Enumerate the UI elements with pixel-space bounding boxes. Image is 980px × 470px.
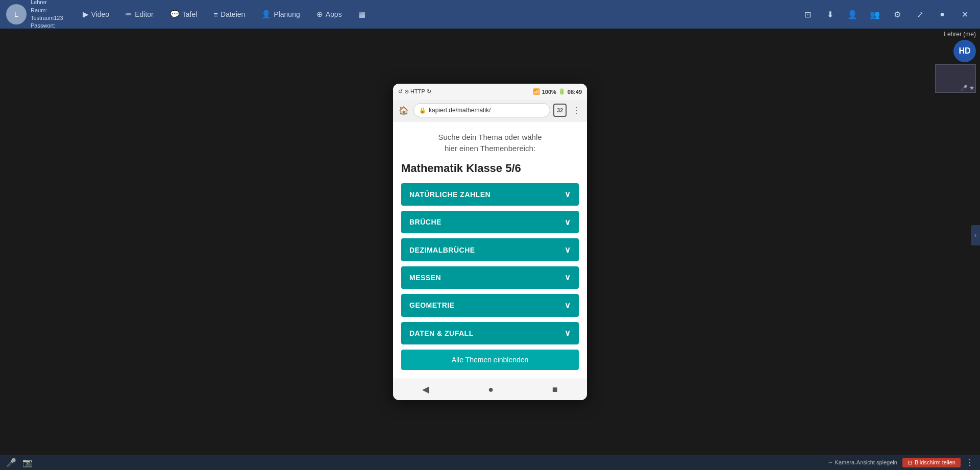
camera-button[interactable]: 📷 xyxy=(22,458,33,467)
apps-icon: ⊕ xyxy=(316,10,323,19)
mic-button[interactable]: 🎤 xyxy=(6,458,16,467)
battery-icon: 🔋 xyxy=(558,88,566,95)
topic-messen[interactable]: MESSEN ∨ xyxy=(401,266,579,289)
browser-url: kapiert.de/mathematik/ xyxy=(429,107,491,114)
chevron-down-icon: ∨ xyxy=(565,328,571,338)
phone-content: Suche dein Thema oder wählehier einen Th… xyxy=(393,121,587,379)
clock: 08:49 xyxy=(568,89,582,95)
topic-label: DATEN & ZUFALL xyxy=(409,329,474,337)
chevron-down-icon: ∨ xyxy=(565,245,571,255)
nav-tafel[interactable]: 💬 Tafel xyxy=(163,7,205,22)
user-avatar: L xyxy=(6,4,27,24)
planung-icon: 👤 xyxy=(261,10,271,19)
topic-dezimalbrueche[interactable]: DEZIMALBRÜCHE ∨ xyxy=(401,238,579,261)
browser-menu-button[interactable]: ⋮ xyxy=(570,104,583,117)
phone-statusbar: ↺ ⊝ HTTP ↻ 📶 100% 🔋 08:49 xyxy=(393,84,587,100)
subject-title: Mathematik Klasse 5/6 xyxy=(401,162,579,175)
record-button[interactable]: ● xyxy=(933,5,951,23)
nav-editor[interactable]: ✏ Editor xyxy=(118,7,161,22)
share-screen-icon: ⊡ xyxy=(908,459,912,466)
topbar: L Lehrer: Lehrer Raum: Testraum123 Passw… xyxy=(0,0,980,29)
topbar-nav: ▶ Video ✏ Editor 💬 Tafel ≡ Dateien 👤 Pla… xyxy=(76,7,794,22)
phone-square-button[interactable]: ■ xyxy=(552,384,558,395)
lehrer-info: Lehrer: Lehrer xyxy=(31,0,63,7)
nav-video[interactable]: ▶ Video xyxy=(76,7,117,22)
topic-daten-zufall[interactable]: DATEN & ZUFALL ∨ xyxy=(401,322,579,344)
lock-icon: 🔒 xyxy=(419,107,426,114)
topbar-right-actions: ⊡ ⬇ 👤 👥 ⚙ ⤢ ● ✕ xyxy=(798,5,974,23)
download-button[interactable]: ⬇ xyxy=(821,5,839,23)
mini-screen: 🎤 ★ xyxy=(935,64,976,93)
browser-bar: 🏠 🔒 kapiert.de/mathematik/ 32 ⋮ xyxy=(393,100,587,121)
alle-themen-button[interactable]: Alle Themen einblenden xyxy=(401,350,579,370)
main-area: ↺ ⊝ HTTP ↻ 📶 100% 🔋 08:49 🏠 🔒 kapiert.de… xyxy=(0,29,980,455)
mini-star-icon[interactable]: ★ xyxy=(969,85,974,91)
users-button[interactable]: 👥 xyxy=(866,5,884,23)
browser-url-bar: 🔒 kapiert.de/mathematik/ xyxy=(413,103,550,117)
phone-bottom-nav: ◀ ● ■ xyxy=(393,379,587,400)
browser-home-button[interactable]: 🏠 xyxy=(397,104,410,117)
chevron-down-icon: ∨ xyxy=(565,189,571,199)
phone-frame: ↺ ⊝ HTTP ↻ 📶 100% 🔋 08:49 🏠 🔒 kapiert.de… xyxy=(393,84,587,400)
share-screen-label: Bildschirm teilen xyxy=(915,459,955,465)
avatar-initials: L xyxy=(14,10,18,18)
user-label: Lehrer (me) xyxy=(944,31,976,38)
topic-label: GEOMETRIE xyxy=(409,301,455,309)
share-screen-button[interactable]: ⊡ Bildschirm teilen xyxy=(902,458,961,467)
topic-natuerliche-zahlen[interactable]: NATÜRLICHE ZAHLEN ∨ xyxy=(401,183,579,206)
statusbar-right: 📶 100% 🔋 08:49 xyxy=(533,88,582,95)
mini-screen-controls: 🎤 ★ xyxy=(961,85,974,91)
nav-dateien[interactable]: ≡ Dateien xyxy=(206,7,252,22)
extra-icon: ▦ xyxy=(358,10,365,19)
bottombar: 🎤 📷 ↔ Kamera-Ansicht spiegeln ⊡ Bildschi… xyxy=(0,455,980,470)
settings-button[interactable]: ⚙ xyxy=(888,5,906,23)
phone-home-button[interactable]: ● xyxy=(488,384,494,395)
close-button[interactable]: ✕ xyxy=(955,5,974,23)
video-icon: ▶ xyxy=(83,10,89,19)
expand-panel-button[interactable]: › xyxy=(971,225,980,245)
topic-label: BRÜCHE xyxy=(409,218,442,226)
topic-brueche[interactable]: BRÜCHE ∨ xyxy=(401,211,579,233)
chevron-down-icon: ∨ xyxy=(565,273,571,282)
sync-button[interactable]: ⊡ xyxy=(798,5,817,23)
statusbar-icons: ↺ ⊝ HTTP ↻ xyxy=(398,88,431,95)
chevron-down-icon: ∨ xyxy=(565,217,571,227)
statusbar-left-icons: ↺ ⊝ HTTP ↻ xyxy=(398,88,431,95)
signal-icon: 📶 xyxy=(533,88,540,95)
add-user-button[interactable]: 👤 xyxy=(843,5,862,23)
nav-apps[interactable]: ⊕ Apps xyxy=(309,7,349,22)
alle-themen-label: Alle Themen einblenden xyxy=(452,356,529,364)
nav-planung[interactable]: 👤 Planung xyxy=(254,7,307,22)
right-panel: Lehrer (me) HD 🎤 ★ xyxy=(935,31,976,93)
bottombar-left: 🎤 📷 xyxy=(6,458,33,467)
avatar: HD xyxy=(953,40,976,62)
topic-label: DEZIMALBRÜCHE xyxy=(409,246,475,254)
browser-tab-count[interactable]: 32 xyxy=(553,104,567,117)
nav-extra[interactable]: ▦ xyxy=(351,7,373,22)
mini-mic-icon[interactable]: 🎤 xyxy=(961,85,968,91)
editor-icon: ✏ xyxy=(126,10,132,19)
chevron-down-icon: ∨ xyxy=(565,301,571,310)
camera-mirror-label: ↔ Kamera-Ansicht spiegeln xyxy=(828,459,897,465)
phone-back-button[interactable]: ◀ xyxy=(422,384,429,395)
bottombar-right: ↔ Kamera-Ansicht spiegeln ⊡ Bildschirm t… xyxy=(828,458,974,467)
dateien-icon: ≡ xyxy=(213,10,218,19)
search-prompt: Suche dein Thema oder wählehier einen Th… xyxy=(401,132,579,155)
raum-info: Raum: Testraum123 xyxy=(31,7,63,22)
topic-label: NATÜRLICHE ZAHLEN xyxy=(409,190,491,199)
tafel-icon: 💬 xyxy=(170,10,180,19)
topic-geometrie[interactable]: GEOMETRIE ∨ xyxy=(401,294,579,316)
battery-percentage: 100% xyxy=(542,89,556,95)
fullscreen-button[interactable]: ⤢ xyxy=(911,5,929,23)
topic-label: MESSEN xyxy=(409,274,441,282)
more-options-button[interactable]: ⋮ xyxy=(966,458,974,467)
